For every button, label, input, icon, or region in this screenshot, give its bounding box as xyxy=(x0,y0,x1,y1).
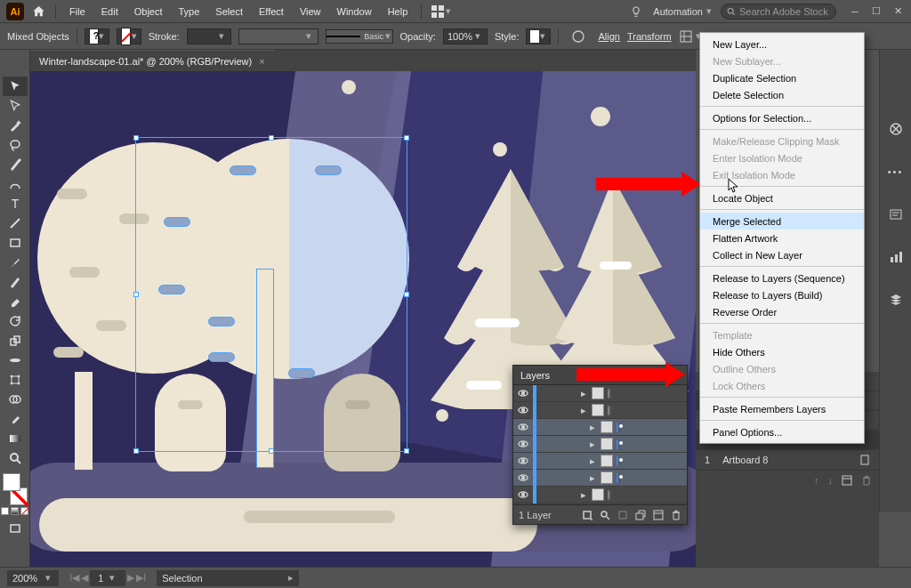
twisty-icon[interactable]: ▸ xyxy=(588,472,597,484)
more-options-icon[interactable]: ••• xyxy=(888,164,904,180)
opacity-input[interactable]: 100%▾ xyxy=(443,28,488,44)
fill-swatch[interactable]: ?▾ xyxy=(85,28,109,44)
visibility-icon[interactable] xyxy=(517,455,529,467)
stroke-weight[interactable]: ▾ xyxy=(187,28,231,44)
type-tool[interactable]: T xyxy=(3,194,28,213)
menu-item[interactable]: Release to Layers (Sequence) xyxy=(700,270,864,286)
free-transform-tool[interactable] xyxy=(3,370,28,390)
menu-item[interactable]: Release to Layers (Build) xyxy=(700,286,864,303)
twisty-icon[interactable]: ▸ xyxy=(579,405,588,416)
new-layer-icon[interactable] xyxy=(653,510,664,520)
minimize-button[interactable]: ─ xyxy=(847,5,863,18)
align-link[interactable]: Align xyxy=(598,31,619,42)
shape-builder-tool[interactable] xyxy=(3,390,28,409)
graph-panel-icon[interactable] xyxy=(888,249,904,265)
make-clipping-mask-icon[interactable] xyxy=(617,510,628,520)
search-layers-icon[interactable] xyxy=(600,510,610,520)
selection-tool[interactable] xyxy=(3,77,28,96)
layer-row[interactable]: ▸ xyxy=(513,453,687,470)
menu-effect[interactable]: Effect xyxy=(253,3,290,20)
layer-row[interactable]: ▸ xyxy=(513,402,687,419)
twisty-icon[interactable]: ▸ xyxy=(588,439,597,450)
maximize-button[interactable]: ☐ xyxy=(868,5,884,18)
artboard-row[interactable]: 1 Artboard 8 xyxy=(696,450,879,470)
new-sublayer-icon[interactable] xyxy=(635,510,646,520)
menu-item[interactable]: Hide Others xyxy=(700,343,864,360)
menu-item[interactable]: Delete Selection xyxy=(700,86,864,103)
menu-item[interactable]: Options for Selection... xyxy=(700,109,864,126)
twisty-icon[interactable]: ▸ xyxy=(579,388,588,399)
layers-context-menu[interactable]: New Layer...New Sublayer...Duplicate Sel… xyxy=(699,32,865,444)
eraser-tool[interactable] xyxy=(3,292,28,311)
visibility-icon[interactable] xyxy=(517,421,529,433)
artboard-orient-icon[interactable] xyxy=(859,455,870,465)
layer-row[interactable]: ▸ xyxy=(513,385,687,402)
width-tool[interactable] xyxy=(3,350,28,370)
curvature-tool[interactable] xyxy=(3,174,28,194)
twisty-icon[interactable]: ▸ xyxy=(588,422,597,433)
target-icon[interactable] xyxy=(617,456,618,466)
menu-item[interactable]: New Layer... xyxy=(700,36,864,52)
zoom-tool[interactable] xyxy=(3,448,28,468)
arrange-documents-icon[interactable]: ▾ xyxy=(429,2,454,21)
delete-layer-icon[interactable] xyxy=(671,510,681,520)
menu-item[interactable]: Merge Selected xyxy=(700,213,864,230)
menu-file[interactable]: File xyxy=(63,3,92,20)
twisty-icon[interactable]: ▸ xyxy=(579,489,588,501)
recolor-icon[interactable] xyxy=(566,27,591,46)
pen-tool[interactable] xyxy=(3,155,28,174)
menu-item[interactable]: Reverse Order xyxy=(700,303,864,320)
stroke-swatch[interactable]: ▾ xyxy=(117,28,141,44)
menu-view[interactable]: View xyxy=(294,3,327,20)
search-input[interactable]: Search Adobe Stock xyxy=(721,4,836,20)
discover-icon[interactable] xyxy=(628,4,644,20)
transform-link[interactable]: Transform xyxy=(627,31,672,42)
visibility-icon[interactable] xyxy=(517,488,529,501)
menu-select[interactable]: Select xyxy=(209,3,249,20)
lasso-tool[interactable] xyxy=(3,135,28,155)
move-down-icon[interactable]: ↓ xyxy=(828,475,834,486)
menu-edit[interactable]: Edit xyxy=(95,3,125,20)
brush-definition[interactable]: ▾ xyxy=(238,28,318,44)
zoom-level[interactable]: 200%▾ xyxy=(7,570,59,586)
paintbrush-tool[interactable] xyxy=(3,253,28,272)
visibility-icon[interactable] xyxy=(517,387,529,399)
menu-item[interactable]: Flatten Artwork xyxy=(700,230,864,246)
css-panel-icon[interactable] xyxy=(888,206,904,222)
visibility-icon[interactable] xyxy=(517,404,529,416)
layer-row[interactable]: ▸ xyxy=(513,419,687,436)
target-icon[interactable] xyxy=(617,439,618,449)
visibility-icon[interactable] xyxy=(517,438,529,450)
status-mode[interactable]: Selection▸ xyxy=(157,570,299,586)
layers-panel-icon[interactable] xyxy=(888,292,904,308)
selection-indicator[interactable] xyxy=(609,406,611,415)
selection-bounding-box[interactable] xyxy=(135,137,407,452)
menu-item[interactable]: Duplicate Selection xyxy=(700,69,864,86)
target-icon[interactable] xyxy=(617,473,618,483)
gradient-tool[interactable] xyxy=(3,429,28,448)
stroke-profile[interactable]: Basic▾ xyxy=(326,29,393,44)
layers-list[interactable]: ▸ ▸ ▸ ▸ ▸ ▸ ▸ xyxy=(513,385,687,504)
fill-chip[interactable] xyxy=(3,473,20,491)
layer-row[interactable]: ▸ xyxy=(513,470,687,487)
layer-row[interactable]: ▸ xyxy=(513,487,687,503)
twisty-icon[interactable]: ▸ xyxy=(588,455,597,467)
rotate-tool[interactable] xyxy=(3,311,28,331)
menu-item[interactable]: Locate Object xyxy=(700,189,864,206)
layer-row[interactable]: ▸ xyxy=(513,436,687,453)
close-button[interactable]: ✕ xyxy=(890,5,906,18)
new-artboard-icon[interactable] xyxy=(842,475,852,486)
magic-wand-tool[interactable] xyxy=(3,116,28,135)
menu-object[interactable]: Object xyxy=(128,3,169,20)
selection-indicator[interactable] xyxy=(609,490,611,500)
direct-selection-tool[interactable] xyxy=(3,96,28,116)
menu-type[interactable]: Type xyxy=(173,3,206,20)
rectangle-tool[interactable] xyxy=(3,233,28,253)
scale-tool[interactable] xyxy=(3,331,28,350)
document-tab[interactable]: Winter-landscape-01.ai* @ 200% (RGB/Prev… xyxy=(30,50,274,71)
move-up-icon[interactable]: ↑ xyxy=(814,475,819,486)
home-icon[interactable] xyxy=(28,2,48,21)
locate-object-icon[interactable] xyxy=(582,510,593,520)
shaper-tool[interactable] xyxy=(3,272,28,292)
workspace-switcher[interactable]: Automation▾ xyxy=(648,4,717,19)
